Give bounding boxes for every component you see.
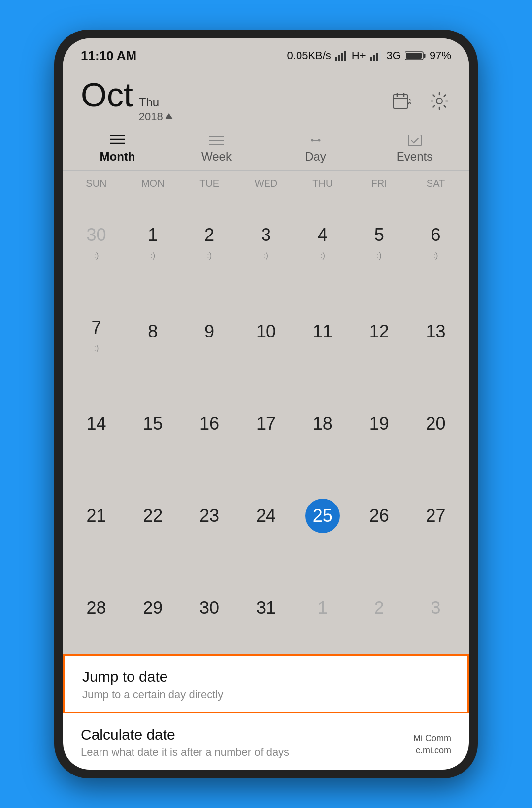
day-number: 18 xyxy=(305,406,340,441)
svg-rect-5 xyxy=(373,55,375,61)
status-right: 0.05KB/s H+ xyxy=(287,49,451,62)
day-number: 15 xyxy=(135,406,170,441)
tab-week[interactable]: Week xyxy=(167,129,266,170)
tab-day[interactable]: Day xyxy=(266,129,365,170)
svg-rect-3 xyxy=(344,51,346,61)
calendar-day[interactable]: 10 xyxy=(238,310,295,353)
calendar-day[interactable]: 20 xyxy=(407,403,464,445)
calendar-week-3: 21222324252627 xyxy=(68,470,464,562)
calendar-week-1: 7:)8910111213 xyxy=(68,285,464,377)
calendar-day[interactable]: 11 xyxy=(294,310,351,353)
calendar-day[interactable]: 13 xyxy=(407,310,464,353)
day-number: 4 xyxy=(305,218,340,252)
calendar-day[interactable]: 26 xyxy=(351,495,407,537)
day-number: 5 xyxy=(362,218,397,252)
status-bar: 11:10 AM 0.05KB/s H+ xyxy=(63,38,469,68)
svg-rect-1 xyxy=(338,55,340,61)
day-number: 7 xyxy=(79,310,113,345)
calendar-day[interactable]: 1 xyxy=(294,587,351,629)
calendar-grid: 30:)1:)2:)3:)4:)5:)6:)7:)891011121314151… xyxy=(63,193,469,654)
notch xyxy=(236,30,296,34)
day-number: 1 xyxy=(135,218,170,252)
calendar-day[interactable]: 22 xyxy=(125,495,181,537)
signal-icon xyxy=(335,50,348,61)
day-number: 17 xyxy=(249,406,283,441)
day-tab-icon xyxy=(308,134,323,147)
day-header-tue: TUE xyxy=(181,176,238,191)
jump-to-date-title: Jump to date xyxy=(82,669,450,685)
svg-rect-9 xyxy=(423,54,425,58)
calendar-day[interactable]: 3 xyxy=(407,587,464,629)
day-number: 24 xyxy=(249,499,283,533)
calendar-day[interactable]: 15 xyxy=(125,403,181,445)
calendar-day[interactable]: 12 xyxy=(351,310,407,353)
watermark-line1: Mi Comm xyxy=(413,732,451,744)
event-dot: :) xyxy=(150,251,155,260)
calendar-day[interactable]: 8 xyxy=(125,310,181,353)
calendar-section: SUN MON TUE WED THU FRI SAT 30:)1:)2:)3:… xyxy=(63,171,469,654)
calendar-day[interactable]: 1:) xyxy=(125,214,181,264)
month-short: Oct xyxy=(81,78,133,111)
phone-screen: 11:10 AM 0.05KB/s H+ xyxy=(63,38,469,770)
tab-events[interactable]: Events xyxy=(365,129,464,170)
day-headers: SUN MON TUE WED THU FRI SAT xyxy=(63,171,469,193)
calculate-date-item[interactable]: Calculate date Learn what date it is aft… xyxy=(63,713,469,770)
day-header-sun: SUN xyxy=(68,176,125,191)
day-number: 2 xyxy=(192,218,227,252)
jump-to-date-item[interactable]: Jump to date Jump to a certain day direc… xyxy=(63,654,469,713)
calendar-day[interactable]: 23 xyxy=(181,495,238,537)
calendar-day[interactable]: 28 xyxy=(68,587,125,629)
event-dot: :) xyxy=(264,251,268,260)
calendar-sync-button[interactable] xyxy=(390,89,414,113)
calendar-day[interactable]: 16 xyxy=(181,403,238,445)
day-number: 19 xyxy=(362,406,397,441)
calculate-date-title: Calculate date xyxy=(81,726,451,743)
calendar-day[interactable]: 17 xyxy=(238,403,295,445)
calendar-day[interactable]: 7:) xyxy=(68,306,125,357)
year-label: 2018 xyxy=(139,110,163,124)
calendar-day[interactable]: 29 xyxy=(125,587,181,629)
watermark: Mi Comm c.mi.com xyxy=(413,732,451,757)
jump-to-date-subtitle: Jump to a certain day directly xyxy=(82,688,450,701)
calendar-day[interactable]: 2 xyxy=(351,587,407,629)
calendar-day[interactable]: 14 xyxy=(68,403,125,445)
calendar-day[interactable]: 4:) xyxy=(294,214,351,264)
app-header: Oct Thu 2018 xyxy=(63,68,469,129)
day-number: 30 xyxy=(79,218,113,252)
carrier-type: 3G xyxy=(387,49,401,62)
event-dot: :) xyxy=(320,251,325,260)
day-number: 3 xyxy=(419,591,453,625)
calendar-day[interactable]: 30:) xyxy=(68,214,125,264)
day-number: 22 xyxy=(135,499,170,533)
day-number: 12 xyxy=(362,314,397,349)
calendar-day[interactable]: 5:) xyxy=(351,214,407,264)
day-of-week: Thu xyxy=(139,95,173,110)
battery-icon xyxy=(405,51,426,61)
calendar-day[interactable]: 9 xyxy=(181,310,238,353)
calendar-day[interactable]: 6:) xyxy=(407,214,464,264)
expand-arrow-icon xyxy=(165,113,173,119)
day-number: 27 xyxy=(419,499,453,533)
tab-month[interactable]: Month xyxy=(68,129,167,170)
week-tab-label: Week xyxy=(201,150,232,164)
events-tab-icon xyxy=(407,134,422,147)
calendar-day[interactable]: 24 xyxy=(238,495,295,537)
settings-button[interactable] xyxy=(428,89,451,113)
calendar-day[interactable]: 25 xyxy=(294,495,351,537)
network-type: H+ xyxy=(352,49,366,62)
calendar-day[interactable]: 31 xyxy=(238,587,295,629)
month-title-group[interactable]: Oct Thu 2018 xyxy=(81,78,173,124)
svg-rect-11 xyxy=(393,95,408,108)
day-number: 31 xyxy=(249,591,283,625)
events-tab-label: Events xyxy=(397,150,432,164)
calendar-day[interactable]: 30 xyxy=(181,587,238,629)
calendar-day[interactable]: 21 xyxy=(68,495,125,537)
calendar-day[interactable]: 2:) xyxy=(181,214,238,264)
day-header-sat: SAT xyxy=(407,176,464,191)
calendar-day[interactable]: 19 xyxy=(351,403,407,445)
svg-rect-2 xyxy=(341,53,343,61)
calendar-day[interactable]: 18 xyxy=(294,403,351,445)
network-speed: 0.05KB/s xyxy=(287,49,331,62)
calendar-day[interactable]: 27 xyxy=(407,495,464,537)
calendar-day[interactable]: 3:) xyxy=(238,214,295,264)
